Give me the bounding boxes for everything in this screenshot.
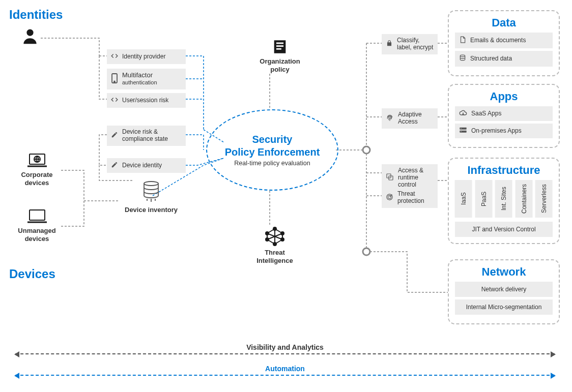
label: Emails & documents	[470, 37, 526, 44]
lock-icon	[386, 39, 393, 49]
infra-cells-row: IaaS PaaS Int. Sites Containers Serverle…	[455, 180, 553, 218]
visibility-analytics-bar: Visibility and Analytics	[15, 343, 555, 354]
adaptive-access-node: Adaptive Access	[382, 108, 438, 129]
corporate-devices: Corporate devices	[13, 153, 61, 187]
label: Visibility and Analytics	[15, 343, 555, 351]
database-icon	[459, 54, 466, 64]
svg-point-4	[114, 81, 115, 82]
user-session-risk-node: User/session risk	[107, 93, 186, 108]
infra-cell: Containers	[516, 180, 533, 218]
label: Organization policy	[254, 57, 305, 73]
identity-provider-node: Identity provider	[107, 49, 186, 64]
unmanaged-devices: Unmanaged devices	[13, 208, 61, 243]
jit-version-control: JIT and Version Control	[455, 222, 553, 237]
threat-intelligence: Threat Intelligence	[249, 226, 300, 264]
svg-rect-8	[30, 210, 45, 220]
label: Device identity	[122, 162, 162, 169]
subtitle: Real-time policy evaluation	[234, 160, 310, 167]
organization-policy: Organization policy	[254, 38, 305, 73]
file-icon	[459, 36, 466, 45]
label: Identity provider	[122, 53, 165, 61]
svg-point-2	[26, 29, 33, 36]
device-identity-node: Device identity	[107, 158, 186, 173]
mfa-node: Multifactor authentication	[107, 69, 186, 89]
label: Device inventory	[125, 206, 178, 214]
code-icon	[111, 96, 118, 105]
diagram-canvas: Identities Identity provider Multifactor…	[5, 8, 567, 384]
svg-rect-10	[276, 45, 283, 47]
network-graph-icon	[265, 239, 285, 248]
laptop-icon	[26, 218, 48, 226]
device-inventory: Device inventory	[125, 180, 178, 214]
saas-apps-node: SaaS Apps	[455, 106, 553, 121]
infra-cell: IaaS	[455, 180, 472, 218]
micro-segmentation: Internal Micro-segmentation	[455, 299, 553, 315]
identities-heading: Identities	[9, 8, 63, 22]
devices-heading: Devices	[9, 267, 55, 281]
title: Data	[455, 16, 553, 29]
infrastructure-group: Infrastructure IaaS PaaS Int. Sites Cont…	[448, 158, 560, 244]
label: Access & runtime control	[398, 167, 434, 188]
phone-icon	[111, 73, 118, 85]
security-policy-enforcement: Security Policy Enforcement Real-time po…	[206, 109, 338, 191]
cloud-download-icon	[459, 109, 467, 118]
layers-icon	[386, 173, 394, 183]
svg-rect-9	[276, 43, 283, 44]
radar-icon	[386, 193, 393, 202]
apps-group: Apps SaaS Apps On-premises Apps	[448, 84, 560, 148]
emails-documents-node: Emails & documents	[455, 33, 553, 48]
device-risk-node: Device risk & compliance state	[107, 126, 186, 146]
svg-point-0	[363, 146, 370, 154]
svg-point-5	[144, 182, 158, 186]
svg-point-22	[460, 55, 465, 57]
svg-point-26	[461, 131, 461, 132]
label: Adaptive Access	[398, 111, 434, 126]
document-icon	[271, 48, 289, 57]
svg-rect-24	[460, 131, 466, 133]
label: Threat Intelligence	[249, 249, 300, 264]
server-icon	[459, 127, 467, 135]
code-icon	[111, 52, 118, 61]
onprem-apps-node: On-premises Apps	[455, 124, 553, 138]
label: Automation	[15, 365, 555, 373]
database-stack-icon	[141, 196, 161, 204]
laptop-globe-icon	[26, 162, 48, 170]
svg-rect-11	[276, 48, 281, 50]
label: Unmanaged devices	[13, 227, 61, 243]
label: User/session risk	[122, 97, 168, 104]
network-group: Network Network delivery Internal Micro-…	[448, 259, 560, 324]
infra-cell: PaaS	[475, 180, 493, 218]
classify-node: Classify, label, encrypt	[382, 34, 438, 54]
svg-point-25	[461, 128, 461, 129]
svg-point-1	[363, 248, 370, 255]
label: Device risk & compliance state	[122, 129, 168, 143]
data-group: Data Emails & documents Structured data	[448, 10, 560, 76]
structured-data-node: Structured data	[455, 51, 553, 67]
label: Structured data	[470, 55, 512, 63]
pencil-icon	[111, 161, 118, 170]
title: Network	[455, 265, 553, 279]
label: Classify, label, encrypt	[397, 37, 434, 51]
person-icon	[20, 27, 40, 48]
label: Multifactor authentication	[122, 72, 157, 86]
label: Threat protection	[397, 191, 434, 205]
fingerprint-icon	[386, 113, 394, 123]
title: Infrastructure	[455, 164, 553, 177]
network-delivery: Network delivery	[455, 282, 553, 297]
title: Security Policy Enforcement	[225, 133, 320, 159]
label: On-premises Apps	[471, 128, 522, 135]
pencil-icon	[111, 131, 118, 140]
automation-bar: Automation	[15, 365, 555, 376]
infra-cell: Int. Sites	[495, 180, 512, 218]
infra-cell: Serverless	[535, 180, 553, 218]
svg-rect-23	[460, 128, 466, 130]
title: Apps	[455, 90, 553, 103]
threat-protection-node: Threat protection	[382, 188, 438, 208]
label: Corporate devices	[13, 171, 61, 187]
label: SaaS Apps	[471, 110, 501, 117]
